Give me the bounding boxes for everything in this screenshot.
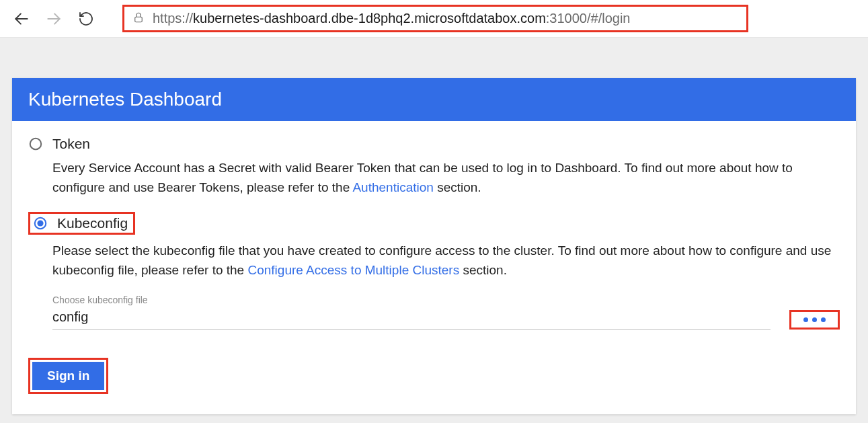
radio-checked-icon[interactable] [33, 216, 48, 231]
authentication-link[interactable]: Authentication [352, 180, 433, 194]
address-bar[interactable]: https://kubernetes-dashboard.dbe-1d8phq2… [122, 5, 748, 32]
signin-highlight: Sign in [28, 358, 108, 394]
svg-point-3 [30, 139, 42, 150]
configure-clusters-link[interactable]: Configure Access to Multiple Clusters [247, 263, 459, 277]
svg-point-5 [37, 220, 43, 226]
choose-file-button[interactable] [789, 310, 840, 330]
option-token-row[interactable]: Token [28, 136, 840, 152]
option-kubeconfig-description: Please select the kubeconfig file that y… [52, 241, 840, 280]
back-button[interactable] [12, 9, 31, 28]
lock-icon [132, 11, 145, 26]
page-title: Kubernetes Dashboard [12, 78, 856, 121]
url-text: https://kubernetes-dashboard.dbe-1d8phq2… [153, 11, 630, 26]
radio-unchecked-icon[interactable] [28, 137, 43, 151]
kubeconfig-file-value: config [52, 309, 771, 325]
svg-rect-2 [135, 17, 143, 22]
browser-toolbar: https://kubernetes-dashboard.dbe-1d8phq2… [0, 0, 868, 38]
refresh-button[interactable] [77, 9, 95, 28]
forward-button[interactable] [44, 9, 63, 28]
kubeconfig-file-label: Choose kubeconfig file [52, 295, 771, 305]
option-kubeconfig-label: Kubeconfig [57, 215, 128, 231]
signin-button[interactable]: Sign in [32, 362, 104, 390]
more-horizontal-icon [803, 317, 826, 322]
option-token-description: Every Service Account has a Secret with … [52, 159, 840, 197]
option-kubeconfig-row[interactable]: Kubeconfig [28, 212, 135, 235]
kubeconfig-file-field[interactable]: Choose kubeconfig file config [52, 295, 771, 330]
page-background: Kubernetes Dashboard Token Every Service… [0, 38, 868, 423]
login-card: Kubernetes Dashboard Token Every Service… [12, 78, 856, 414]
option-token-label: Token [52, 136, 90, 152]
kubeconfig-file-block: Choose kubeconfig file config [52, 295, 840, 330]
card-body: Token Every Service Account has a Secret… [12, 121, 856, 414]
